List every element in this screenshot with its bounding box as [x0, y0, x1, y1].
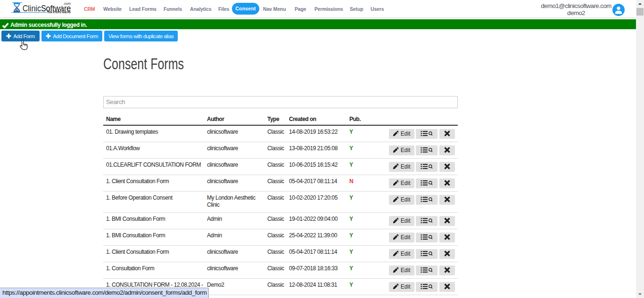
svg-text:TEN STEPS AHEAD: TEN STEPS AHEAD [47, 10, 71, 14]
svg-text:.com: .com [63, 2, 71, 5]
